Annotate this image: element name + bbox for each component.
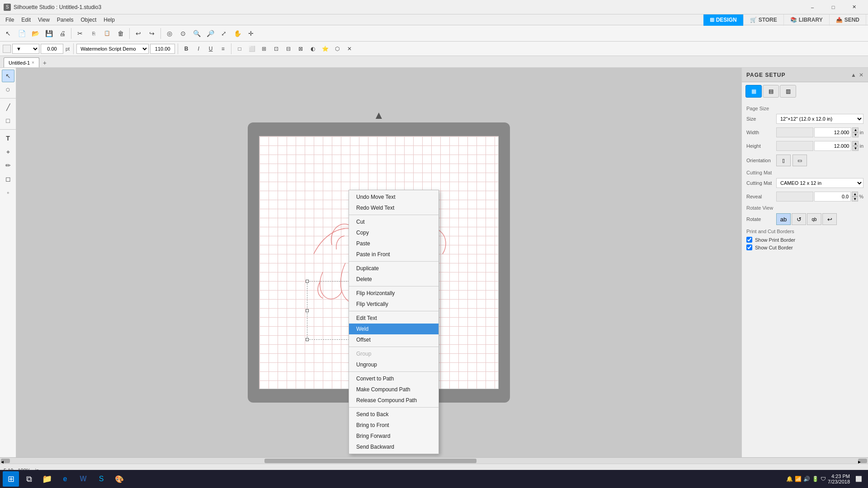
font-dropdown[interactable]: Watermelon Script Demo xyxy=(76,44,149,54)
reveal-value-input[interactable] xyxy=(814,192,851,202)
save-file-btn[interactable]: 💾 xyxy=(42,27,55,40)
nav-design[interactable]: ⊞ DESIGN xyxy=(703,14,744,26)
shape-tool[interactable] xyxy=(3,45,11,53)
ctx-delete[interactable]: Delete xyxy=(349,274,439,285)
taskbar-app6[interactable]: 🎨 xyxy=(111,471,127,487)
hscroll-track[interactable] xyxy=(10,459,858,463)
ctx-paste-in-front[interactable]: Paste in Front xyxy=(349,249,439,260)
panel-close-btn[interactable]: ✕ xyxy=(859,72,863,78)
menu-file[interactable]: File xyxy=(2,16,18,24)
new-file-btn[interactable]: 📄 xyxy=(15,27,28,40)
nav-library[interactable]: 📚 LIBRARY xyxy=(784,14,830,26)
hscroll-left-btn[interactable]: ◂ xyxy=(1,459,10,463)
zoom-out-btn[interactable]: 🔎 xyxy=(204,27,217,40)
taskbar-show-desktop[interactable]: ⬜ xyxy=(852,472,865,486)
target-btn[interactable]: ◎ xyxy=(163,27,176,40)
draw-line-btn[interactable]: ╱ xyxy=(2,101,14,113)
width-spin-down[interactable]: ▼ xyxy=(852,132,859,137)
minimize-button[interactable]: – xyxy=(802,0,823,14)
trace-btn[interactable]: ⊙ xyxy=(177,27,189,40)
ctx-ungroup[interactable]: Ungroup xyxy=(349,359,439,370)
ctx-release-compound-path[interactable]: Release Compound Path xyxy=(349,395,439,406)
menu-edit[interactable]: Edit xyxy=(18,16,34,24)
nav-store[interactable]: 🛒 STORE xyxy=(744,14,784,26)
paste-btn[interactable]: 📋 xyxy=(101,27,113,40)
ctx-flip-vertically[interactable]: Flip Vertically xyxy=(349,299,439,310)
copy-btn[interactable]: ⎘ xyxy=(87,27,100,40)
orientation-portrait[interactable]: ▯ xyxy=(776,155,791,166)
fmt-btn-5[interactable]: ⊟ xyxy=(283,44,294,54)
rotate-btn-90[interactable]: ↺ xyxy=(792,213,806,225)
paint-tool-btn[interactable]: ✏ xyxy=(2,159,14,172)
width-value-input[interactable] xyxy=(814,127,851,137)
show-cut-border-checkbox[interactable] xyxy=(746,244,752,250)
point-tool-btn[interactable]: ◦ xyxy=(2,186,14,199)
hscroll-thumb[interactable] xyxy=(264,459,476,463)
handle-bl[interactable] xyxy=(306,338,309,341)
ctx-make-compound-path[interactable]: Make Compound Path xyxy=(349,384,439,395)
ctx-duplicate[interactable]: Duplicate xyxy=(349,263,439,274)
horizontal-scrollbar[interactable]: ◂ ▸ xyxy=(0,457,868,464)
rotate-btn-0[interactable]: ab xyxy=(776,213,791,225)
orientation-landscape[interactable]: ▭ xyxy=(793,155,807,166)
nav-send[interactable]: 📤 SEND xyxy=(830,14,866,26)
fmt-btn-1[interactable]: □ xyxy=(234,44,245,54)
handle-ml[interactable] xyxy=(306,309,309,312)
maximize-button[interactable]: □ xyxy=(823,0,844,14)
open-file-btn[interactable]: 📂 xyxy=(29,27,42,40)
show-cut-border-label[interactable]: Show Cut Border xyxy=(755,245,793,250)
panel-tab-custom[interactable]: ▥ xyxy=(780,85,796,98)
cut-btn[interactable]: ✂ xyxy=(74,27,86,40)
reveal-spin-down[interactable]: ▼ xyxy=(852,197,858,202)
fmt-btn-3[interactable]: ⊞ xyxy=(259,44,269,54)
panel-tab-list[interactable]: ▤ xyxy=(763,85,779,98)
taskbar-browser[interactable]: e xyxy=(57,471,73,487)
undo-btn[interactable]: ↩ xyxy=(132,27,145,40)
rotate-btn-180[interactable]: qb xyxy=(807,213,821,225)
fmt-btn-7[interactable]: ◐ xyxy=(307,44,318,54)
menu-panels[interactable]: Panels xyxy=(53,16,77,24)
shape-dropdown[interactable]: ▼ xyxy=(12,44,39,54)
crop-tool-btn[interactable]: ⌖ xyxy=(2,145,14,158)
canvas-area[interactable]: ▲ xyxy=(16,68,741,457)
pointer-tool-btn[interactable]: ↖ xyxy=(2,27,14,40)
size-dropdown[interactable]: 12"×12" (12.0 x 12.0 in) xyxy=(776,114,863,124)
cutting-mat-dropdown[interactable]: CAMEO 12 x 12 in xyxy=(776,178,863,188)
draw-rect-btn[interactable]: □ xyxy=(2,114,14,127)
eraser-tool-btn[interactable]: ◻ xyxy=(2,173,14,185)
fmt-btn-2[interactable]: ⬜ xyxy=(246,44,257,54)
italic-btn[interactable]: I xyxy=(193,44,204,54)
handle-tl[interactable] xyxy=(306,280,309,283)
tab-close-btn[interactable]: × xyxy=(32,60,34,65)
menu-object[interactable]: Object xyxy=(77,16,100,24)
ctx-paste[interactable]: Paste xyxy=(349,238,439,249)
ctx-redo-weld-text[interactable]: Redo Weld Text xyxy=(349,202,439,213)
show-print-border-label[interactable]: Show Print Border xyxy=(755,237,795,243)
transform-btn[interactable]: ⤢ xyxy=(217,27,230,40)
taskbar-word[interactable]: W xyxy=(75,471,91,487)
ctx-flip-horizontally[interactable]: Flip Horizontally xyxy=(349,288,439,299)
ctx-cut[interactable]: Cut xyxy=(349,216,439,227)
new-tab-btn[interactable]: + xyxy=(40,58,49,67)
align-btn[interactable]: ≡ xyxy=(217,44,228,54)
fmt-btn-6[interactable]: ⊠ xyxy=(295,44,306,54)
fmt-btn-close[interactable]: ✕ xyxy=(344,44,355,54)
panel-collapse-btn[interactable]: ▲ xyxy=(851,72,856,78)
menu-help[interactable]: Help xyxy=(100,16,118,24)
taskbar-task-manager[interactable]: ⧉ xyxy=(21,471,37,487)
delete-btn[interactable]: 🗑 xyxy=(114,27,127,40)
node-edit-btn[interactable]: ⬡ xyxy=(2,83,14,96)
print-btn[interactable]: 🖨 xyxy=(56,27,69,40)
menu-view[interactable]: View xyxy=(34,16,53,24)
ctx-bring-to-front[interactable]: Bring to Front xyxy=(349,420,439,431)
ctx-offset[interactable]: Offset xyxy=(349,334,439,345)
ctx-edit-text[interactable]: Edit Text xyxy=(349,313,439,324)
close-button[interactable]: ✕ xyxy=(844,0,864,14)
taskbar-file-explorer[interactable]: 📁 xyxy=(39,471,55,487)
show-print-border-checkbox[interactable] xyxy=(746,237,752,243)
ctx-group[interactable]: Group xyxy=(349,348,439,359)
height-spin-up[interactable]: ▲ xyxy=(852,141,859,146)
ctx-undo-move-text[interactable]: Undo Move Text xyxy=(349,192,439,202)
reveal-spin-up[interactable]: ▲ xyxy=(852,192,858,197)
cross-btn[interactable]: ✛ xyxy=(245,27,257,40)
